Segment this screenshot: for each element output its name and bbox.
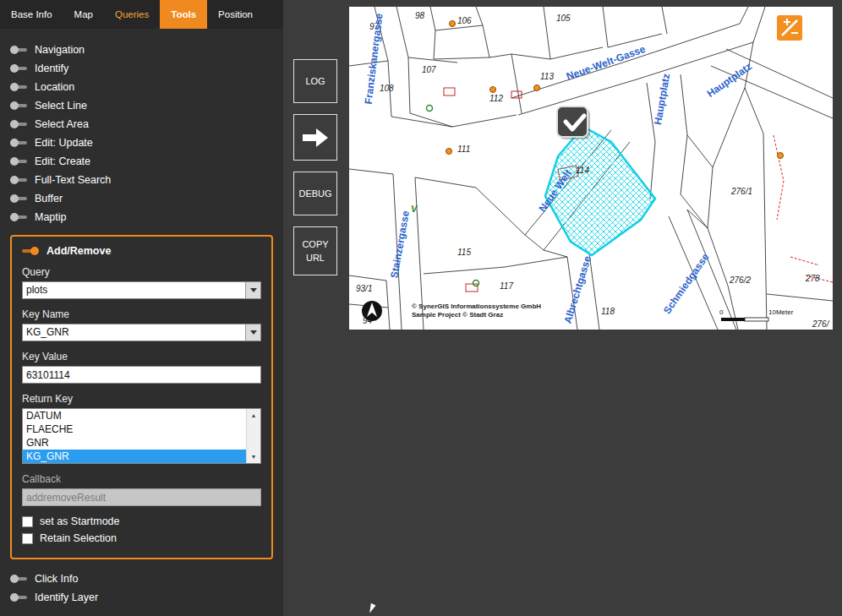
query-select-value: plots bbox=[23, 282, 260, 298]
callback-label: Callback bbox=[22, 473, 261, 485]
tool-select-area[interactable]: Select Area bbox=[10, 115, 283, 134]
return-key-listbox[interactable]: DATUM FLAECHE GNR KG_GNR ▲ ▼ bbox=[22, 408, 261, 464]
tab-map[interactable]: Map bbox=[63, 0, 104, 29]
street-label: Hauptplatz bbox=[652, 73, 672, 126]
parcel-label: 276/ bbox=[812, 319, 830, 329]
chevron-down-icon[interactable] bbox=[245, 282, 260, 298]
parcel-label: 113 bbox=[540, 72, 554, 81]
parcel-label: 98 bbox=[415, 11, 425, 20]
tool-label: Full-Text Search bbox=[35, 174, 111, 186]
toggle-icon bbox=[10, 139, 27, 147]
parcel-label: 115 bbox=[457, 248, 471, 257]
list-item[interactable]: GNR bbox=[23, 436, 246, 450]
tool-label: Location bbox=[35, 81, 74, 93]
tab-queries[interactable]: Queries bbox=[104, 0, 160, 29]
toggle-icon bbox=[10, 83, 27, 91]
chevron-down-icon[interactable] bbox=[245, 324, 260, 341]
tool-edit-create[interactable]: Edit: Create bbox=[10, 152, 283, 171]
toggle-icon bbox=[10, 101, 27, 110]
parcel-label: 117 bbox=[500, 281, 513, 291]
mouse-cursor bbox=[369, 603, 376, 614]
startmode-checkbox[interactable] bbox=[22, 516, 33, 527]
map-viewport[interactable]: 97 98 107 106 105 108 112 113 111 114 11… bbox=[349, 7, 833, 330]
tool-full-text-search[interactable]: Full-Text Search bbox=[10, 171, 283, 189]
copy-url-button[interactable]: COPY URL bbox=[293, 226, 337, 275]
toggle-icon bbox=[10, 157, 27, 166]
query-label: Query bbox=[22, 266, 261, 278]
scale-zero: 0 bbox=[719, 308, 724, 316]
tab-tools[interactable]: Tools bbox=[160, 0, 207, 29]
toggle-icon bbox=[10, 176, 27, 184]
checkbox-label: set as Startmode bbox=[40, 515, 120, 527]
tool-identify[interactable]: Identify bbox=[10, 59, 283, 78]
tab-base-info[interactable]: Base Info bbox=[0, 0, 63, 29]
tool-label: Identify Layer bbox=[35, 591, 98, 603]
street-label: Schmiedgasse bbox=[661, 251, 712, 316]
parcel-label: 114 bbox=[576, 166, 589, 175]
parcel-label: 111 bbox=[457, 144, 470, 154]
scroll-down-icon[interactable]: ▼ bbox=[247, 450, 260, 463]
toggle-icon-on bbox=[22, 247, 39, 255]
parcel-label: 108 bbox=[380, 84, 394, 93]
north-arrow-icon bbox=[362, 301, 382, 321]
log-button[interactable]: LOG bbox=[293, 59, 337, 103]
parcel-label: 112 bbox=[489, 94, 503, 103]
tool-list-after: Click Info Identify Layer bbox=[0, 559, 283, 607]
toggle-icon bbox=[10, 213, 27, 221]
tool-click-info[interactable]: Click Info bbox=[10, 570, 283, 588]
run-arrow-button[interactable] bbox=[293, 114, 337, 161]
tool-identify-layer[interactable]: Identify Layer bbox=[10, 588, 283, 607]
tool-navigation[interactable]: Navigation bbox=[10, 41, 283, 59]
set-as-startmode-option[interactable]: set as Startmode bbox=[22, 515, 261, 527]
key-name-select-value: KG_GNR bbox=[23, 324, 260, 341]
tool-label: Maptip bbox=[35, 211, 67, 223]
street-label: Albrechtgasse bbox=[561, 254, 593, 324]
query-select[interactable]: plots bbox=[22, 281, 261, 299]
key-name-select[interactable]: KG_GNR bbox=[22, 324, 261, 341]
tool-label: Navigation bbox=[35, 44, 85, 56]
tool-label: Select Line bbox=[35, 100, 87, 112]
parcel-label: 93/1 bbox=[356, 284, 372, 293]
tool-add-remove[interactable]: Add/Remove bbox=[22, 245, 261, 257]
tab-bar: Base Info Map Queries Tools Position bbox=[0, 0, 283, 29]
map-canvas[interactable]: 97 98 107 106 105 108 112 113 111 114 11… bbox=[349, 7, 833, 330]
list-item[interactable]: DATUM bbox=[23, 409, 246, 422]
return-key-label: Return Key bbox=[22, 393, 261, 405]
add-remove-panel: Add/Remove Query plots Key Name KG_GNR K… bbox=[10, 235, 273, 559]
map-credits-line2: Sample Project © Stadt Graz bbox=[412, 311, 503, 319]
listbox-scrollbar[interactable]: ▲ ▼ bbox=[246, 409, 260, 463]
parcel-label: 107 bbox=[422, 65, 436, 74]
list-item-selected[interactable]: KG_GNR bbox=[23, 450, 246, 463]
tool-label: Click Info bbox=[35, 573, 78, 585]
tool-list: Navigation Identify Location Select Line… bbox=[0, 29, 283, 226]
toggle-icon bbox=[10, 120, 27, 128]
arrow-right-icon bbox=[301, 127, 330, 149]
parcel-label: 278 bbox=[805, 274, 820, 283]
add-remove-map-button[interactable] bbox=[777, 15, 802, 41]
retain-selection-checkbox[interactable] bbox=[22, 533, 33, 544]
street-label: Neue-Welt-Gasse bbox=[565, 43, 648, 83]
scroll-up-icon[interactable]: ▲ bbox=[247, 409, 260, 422]
scale-distance: 10Meter bbox=[768, 308, 794, 316]
key-value-input[interactable] bbox=[22, 366, 261, 384]
parcel-label: 106 bbox=[457, 16, 472, 25]
tool-edit-update[interactable]: Edit: Update bbox=[10, 134, 283, 152]
tool-location[interactable]: Location bbox=[10, 78, 283, 96]
toggle-icon bbox=[10, 593, 27, 602]
map-credits-line1: © SynerGIS Informationssysteme GmbH bbox=[412, 303, 541, 310]
street-label: Stainzergasse bbox=[388, 210, 412, 279]
confirm-selection-button[interactable] bbox=[557, 106, 590, 139]
tool-label: Select Area bbox=[35, 118, 89, 130]
parcel-label: 276/1 bbox=[730, 187, 752, 196]
parcel-label: 105 bbox=[556, 14, 571, 23]
tool-buffer[interactable]: Buffer bbox=[10, 189, 283, 208]
sidebar: Base Info Map Queries Tools Position Nav… bbox=[0, 0, 283, 616]
retain-selection-option[interactable]: Retain Selection bbox=[22, 532, 261, 544]
tool-maptip[interactable]: Maptip bbox=[10, 208, 283, 226]
tool-select-line[interactable]: Select Line bbox=[10, 96, 283, 115]
list-item[interactable]: FLAECHE bbox=[23, 422, 246, 436]
tool-label: Identify bbox=[35, 63, 68, 74]
parcel-label: 118 bbox=[601, 307, 615, 316]
debug-button[interactable]: DEBUG bbox=[293, 172, 337, 215]
tab-position[interactable]: Position bbox=[207, 0, 264, 29]
